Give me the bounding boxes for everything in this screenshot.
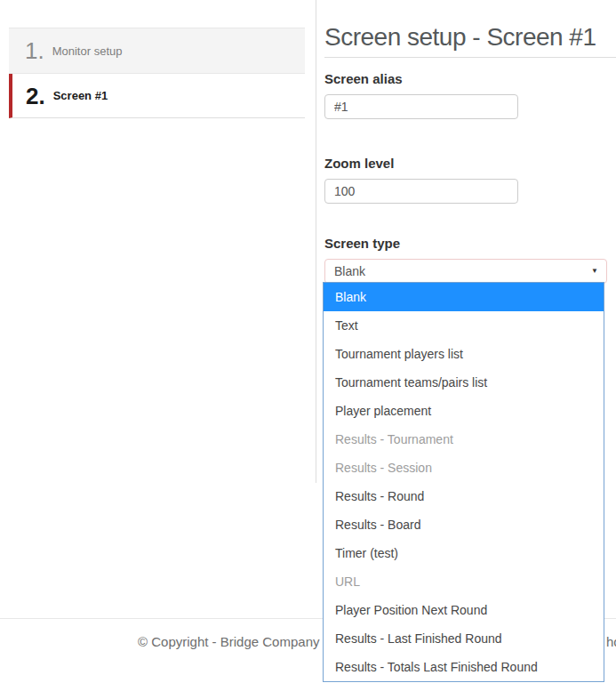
screen-type-label: Screen type (324, 236, 616, 251)
page-title: Screen setup - Screen #1 (324, 23, 616, 58)
copyright-text: © Copyright - Bridge Company (138, 634, 319, 649)
sidebar-item-label: Screen #1 (53, 89, 108, 102)
screen-setup-panel: Screen setup - Screen #1 Screen alias Zo… (324, 0, 616, 284)
step-number: 2. (26, 84, 45, 108)
step-number: 1. (25, 39, 44, 62)
screen-alias-label: Screen alias (324, 71, 616, 86)
sidebar-item-monitor-setup[interactable]: 1. Monitor setup (9, 28, 305, 74)
screen-type-option[interactable]: Results - Session (324, 454, 604, 482)
screen-type-option[interactable]: Player Position Next Round (324, 596, 604, 624)
copyright-text-fragment: ho (606, 634, 616, 649)
chevron-down-icon: ▼ (591, 268, 598, 275)
screen-type-option[interactable]: Results - Round (324, 482, 604, 510)
sidebar-item-screen-1[interactable]: 2. Screen #1 (9, 74, 305, 118)
screen-type-option[interactable]: Timer (test) (324, 539, 604, 567)
zoom-level-input[interactable] (324, 179, 518, 204)
screen-alias-input[interactable] (324, 94, 518, 119)
screen-type-option[interactable]: Results - Tournament (324, 425, 604, 454)
screen-type-option[interactable]: Results - Board (324, 510, 604, 539)
screen-type-option[interactable]: Tournament players list (324, 340, 604, 368)
sidebar-item-label: Monitor setup (52, 44, 123, 58)
screen-type-option[interactable]: Tournament teams/pairs list (324, 368, 604, 397)
screen-type-option[interactable]: Player placement (324, 397, 604, 425)
screen-type-option[interactable]: Results - Totals Last Finished Round (324, 653, 604, 681)
zoom-level-label: Zoom level (324, 156, 616, 171)
screen-type-option[interactable]: Text (324, 311, 604, 340)
screen-type-selected-value: Blank (334, 264, 365, 278)
screen-type-select[interactable]: Blank ▼ (324, 259, 607, 284)
screen-type-option[interactable]: Blank (324, 283, 604, 311)
sidebar-main-divider (316, 0, 316, 483)
screen-type-option[interactable]: URL (324, 567, 604, 596)
screen-type-dropdown: BlankTextTournament players listTourname… (323, 282, 604, 682)
screen-type-option[interactable]: Results - Last Finished Round (324, 624, 604, 653)
setup-steps-sidebar: 1. Monitor setup 2. Screen #1 (9, 28, 305, 118)
